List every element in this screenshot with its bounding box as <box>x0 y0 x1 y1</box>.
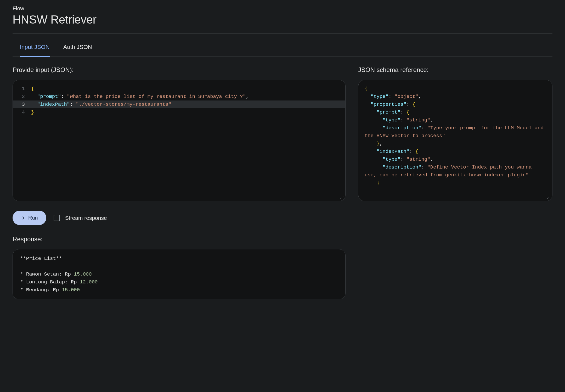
stream-response-checkbox[interactable]: Stream response <box>54 215 107 221</box>
line-number: 1 <box>13 85 31 93</box>
response-item: * Lontong Balap: Rp 12.000 <box>20 279 98 285</box>
response-output: **Price List** * Rawon Setan: Rp 15.000 … <box>13 249 346 299</box>
input-panel: Provide input (JSON): 1 { 2 "prompt": "W… <box>13 66 346 299</box>
run-button-label: Run <box>28 215 38 221</box>
input-prompt-value: What is the price list of my restaurant … <box>70 94 243 99</box>
stream-response-label: Stream response <box>65 215 107 221</box>
play-icon <box>21 216 25 220</box>
input-label: Provide input (JSON): <box>13 66 346 74</box>
line-number: 4 <box>13 108 31 116</box>
line-number: 3 <box>13 100 31 108</box>
schema-panel: JSON schema reference: { "type": "object… <box>358 66 552 299</box>
run-button[interactable]: Run <box>13 211 46 225</box>
line-number: 2 <box>13 93 31 100</box>
response-section: Response: **Price List** * Rawon Setan: … <box>13 236 346 299</box>
tabs: Input JSON Auth JSON <box>13 34 552 57</box>
response-item: * Rendang: Rp 15.000 <box>20 287 80 293</box>
schema-label: JSON schema reference: <box>358 66 552 74</box>
actions-row: Run Stream response <box>13 211 346 225</box>
tab-auth-json[interactable]: Auth JSON <box>63 34 92 57</box>
response-label: Response: <box>13 236 346 243</box>
checkbox-box-icon <box>54 215 60 221</box>
content-area: Provide input (JSON): 1 { 2 "prompt": "W… <box>13 66 552 299</box>
resize-handle-icon[interactable]: ⋰ <box>340 196 344 199</box>
svg-marker-0 <box>22 216 24 219</box>
response-title: **Price List** <box>20 256 62 261</box>
schema-reference-viewer[interactable]: { "type": "object", "properties": { "pro… <box>358 80 552 201</box>
input-indexpath-value: ./vector-stores/my-restaurants <box>79 102 168 107</box>
breadcrumb: Flow <box>13 5 552 12</box>
page-title: HNSW Retriever <box>13 13 552 26</box>
input-json-editor[interactable]: 1 { 2 "prompt": "What is the price list … <box>13 80 346 201</box>
response-item: * Rawon Setan: Rp 15.000 <box>20 271 92 277</box>
header-section: Flow HNSW Retriever <box>13 5 552 26</box>
tab-input-json[interactable]: Input JSON <box>20 34 50 57</box>
resize-handle-icon[interactable]: ⋰ <box>547 196 551 199</box>
